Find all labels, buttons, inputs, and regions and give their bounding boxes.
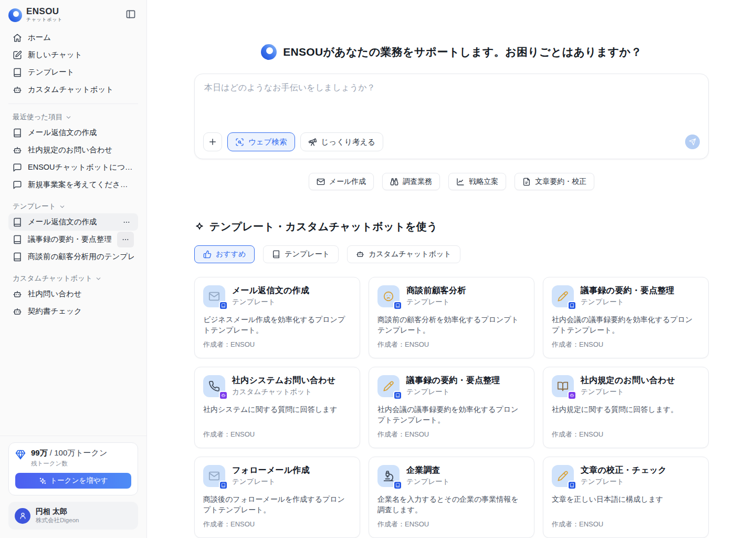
composer-toolbar: ウェブ検索 じっくり考える [203, 132, 700, 151]
card-title: 社内規定のお問い合わせ [581, 375, 675, 386]
sidebar-item-templates[interactable]: テンプレート [8, 64, 138, 81]
template-card[interactable]: 議事録の要約・要点整理 テンプレート 社内会議の議事録要約を効率化するプロンプト… [369, 367, 534, 448]
more-options-button[interactable] [117, 232, 134, 247]
quick-action-label: 戦略立案 [469, 177, 498, 187]
card-type: テンプレート [232, 477, 310, 487]
web-search-toggle[interactable]: ウェブ検索 [227, 132, 295, 151]
template-card[interactable]: 商談前顧客分析 テンプレート 商談前の顧客分析を効率化するプロンプトテンプレート… [369, 277, 534, 358]
template-badge-icon [568, 481, 576, 490]
phone-icon [208, 380, 220, 392]
quick-action-summary[interactable]: 文章要約・校正 [514, 173, 594, 190]
chart-icon [456, 178, 465, 186]
sidebar-item-new-chat[interactable]: 新しいチャット [8, 46, 138, 64]
card-type: テンプレート [406, 297, 466, 307]
sidebar-item-custom-chatbots[interactable]: カスタムチャットボット [8, 81, 138, 98]
card-author: 作成者：ENSOU [203, 340, 351, 349]
template-item[interactable]: 商談前の顧客分析用のテンプレート [8, 248, 138, 265]
increase-tokens-button[interactable]: トークンを増やす [15, 473, 131, 489]
filter-tabs: おすすめ テンプレート カスタムチャットボット [194, 245, 709, 263]
template-badge-icon [393, 481, 402, 490]
thumbs-up-icon [203, 250, 212, 258]
tab-custom-chatbots[interactable]: カスタムチャットボット [347, 245, 460, 263]
sidebar-toggle-button[interactable] [123, 8, 138, 23]
sidebar-header: ENSOU チャットボット [0, 0, 146, 28]
more-options-button[interactable] [119, 216, 134, 229]
tab-recommended[interactable]: おすすめ [194, 245, 255, 263]
recent-item[interactable]: メール返信文の作成 [8, 124, 138, 141]
custom-chatbot-card[interactable]: 社内システムお問い合わせ カスタムチャットボット 社内システムに関する質問に回答… [194, 367, 360, 448]
card-type: テンプレート [406, 387, 500, 397]
token-caption: 残トークン数 [31, 460, 107, 468]
template-card[interactable]: 社内規定のお問い合わせ テンプレート 社内規定に関する質問に回答します。 作成者… [543, 367, 709, 448]
section-title: 最近使った項目 [13, 112, 62, 122]
card-tile [552, 285, 574, 307]
card-type: テンプレート [406, 477, 450, 487]
scan-search-icon [235, 138, 244, 147]
card-type: カスタムチャットボット [232, 387, 335, 397]
brand-name: ENSOU [26, 7, 62, 16]
recent-section: 最近使った項目 メール返信文の作成 社内規定のお問い合わせ ENSOUチャットボ… [0, 110, 146, 193]
token-count: 99万 / 100万トークン [31, 448, 107, 458]
recent-section-header[interactable]: 最近使った項目 [8, 110, 138, 124]
templates-section-header[interactable]: テンプレート [8, 200, 138, 213]
chat-icon [13, 163, 22, 172]
envelope-icon [208, 470, 220, 482]
card-description: 商談前の顧客分析を効率化するプロンプトテンプレート。 [377, 314, 526, 336]
file-text-icon [522, 178, 531, 186]
tab-templates[interactable]: テンプレート [263, 245, 339, 263]
recent-item[interactable]: 新規事業案を考えてくださ… [8, 176, 138, 193]
user-company: 株式会社Digeon [36, 516, 79, 524]
custom-chatbot-item[interactable]: 契約書チェック [8, 303, 138, 320]
app-window: ENSOU チャットボット ホーム 新しいチャット テンプレート [0, 0, 756, 538]
custom-chatbot-item[interactable]: 社内問い合わせ [8, 285, 138, 303]
template-card[interactable]: メール返信文の作成 テンプレート ビジネスメール作成を効率化するプロンプトテンプ… [194, 277, 360, 358]
template-card[interactable]: 議事録の要約・要点整理 テンプレート 社内会議の議事録要約を効率化するプロンプト… [543, 277, 709, 358]
send-button[interactable] [685, 134, 700, 149]
sidebar-item-home[interactable]: ホーム [8, 29, 138, 46]
card-type: テンプレート [581, 387, 675, 397]
template-card[interactable]: 文章の校正・チェック テンプレート 文章を正しい日本語に構成します 作成者：EN… [543, 457, 709, 538]
book-icon [13, 128, 22, 138]
card-description: 商談後のフォローメールを作成するプロンプトテンプレート。 [203, 494, 351, 515]
card-description: 社内会議の議事録要約を効率化するプロンプトテンプレート。 [377, 404, 526, 426]
user-profile[interactable]: 円相 太郎 株式会社Digeon [8, 502, 138, 530]
quick-action-research[interactable]: 調査業務 [382, 173, 440, 190]
attach-button[interactable] [203, 132, 222, 151]
card-tile [203, 375, 225, 397]
template-card[interactable]: 企業調査 テンプレート 企業名を入力するとその企業の事業情報を調査します。 作成… [369, 457, 534, 538]
tab-label: おすすめ [216, 250, 246, 259]
recent-item-label: 社内規定のお問い合わせ [28, 145, 112, 155]
mail-icon [317, 178, 325, 186]
templates-section: テンプレート メール返信文の作成 議事録の要約・要点整理 商談前の顧客分析用のテ [0, 200, 146, 265]
template-badge-icon [393, 301, 402, 310]
template-card[interactable]: フォローメール作成 テンプレート 商談後のフォローメールを作成するプロンプトテン… [194, 457, 360, 538]
card-type: テンプレート [581, 477, 667, 487]
ellipsis-icon [121, 235, 130, 244]
deep-think-toggle[interactable]: じっくり考える [300, 132, 384, 151]
quick-action-mail[interactable]: メール作成 [309, 173, 374, 190]
quick-actions: メール作成 調査業務 戦略立案 文章要約・校正 [194, 173, 709, 190]
card-tile [377, 465, 400, 487]
card-author: 作成者：ENSOU [377, 430, 526, 439]
quick-action-strategy[interactable]: 戦略立案 [448, 173, 506, 190]
card-title: 商談前顧客分析 [406, 285, 466, 296]
chat-input[interactable] [203, 81, 700, 132]
card-description: 社内システムに関する質問に回答します [203, 404, 351, 415]
sidebar-nav: ホーム 新しいチャット テンプレート カスタムチャットボット [0, 28, 146, 98]
tab-label: テンプレート [285, 250, 330, 259]
chevron-down-icon [59, 203, 66, 210]
template-item[interactable]: 議事録の要約・要点整理 [8, 231, 138, 248]
sidebar-footer: 99万 / 100万トークン 残トークン数 トークンを増やす 円相 太郎 [0, 436, 146, 538]
web-search-label: ウェブ検索 [248, 137, 287, 147]
custom-chatbots-section-header[interactable]: カスタムチャットボット [8, 272, 138, 285]
robot-icon [13, 289, 22, 299]
sidebar-item-label: 新しいチャット [28, 50, 82, 60]
tab-label: カスタムチャットボット [369, 250, 452, 259]
template-badge-icon [568, 301, 576, 310]
template-item-label: 商談前の顧客分析用のテンプレート [28, 252, 134, 262]
template-item[interactable]: メール返信文の作成 [8, 213, 138, 231]
sparkle-icon [194, 222, 205, 232]
recent-item[interactable]: 社内規定のお問い合わせ [8, 141, 138, 159]
recent-item[interactable]: ENSOUチャットボットにつ… [8, 159, 138, 176]
robot-icon [13, 307, 22, 316]
